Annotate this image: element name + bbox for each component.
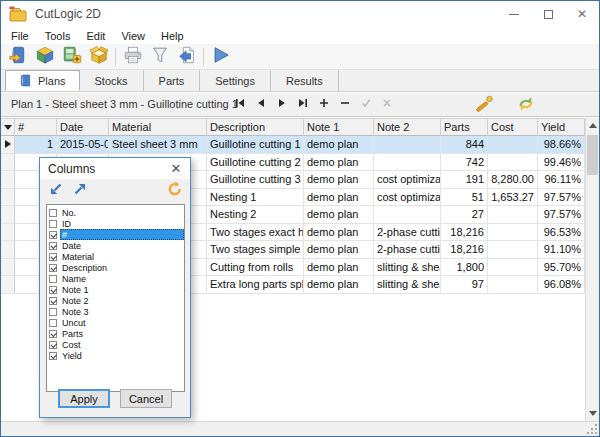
table-row[interactable]: 12015-05-05Steel sheet 3 mmGuillotine cu… [1,136,585,154]
cancel-button[interactable]: Cancel [120,389,172,408]
maximize-button[interactable] [531,1,565,27]
last-record-button[interactable] [297,98,309,110]
checkbox-unchecked[interactable] [49,209,57,217]
column-option-parts[interactable]: Parts [47,328,184,339]
column-header--[interactable]: # [15,119,57,136]
next-record-button[interactable] [276,98,288,110]
column-header-parts[interactable]: Parts [441,119,488,136]
column-option-note-3[interactable]: Note 3 [47,306,184,317]
add-record-icon [319,98,329,110]
checkbox-unchecked[interactable] [49,319,57,327]
cell-cost [488,154,538,172]
minimize-icon [509,14,519,15]
scroll-up-button[interactable] [586,118,599,133]
prev-record-icon [256,98,266,110]
checkbox-checked[interactable] [49,264,57,272]
tab-bar: PlansStocksPartsSettingsResults [1,70,599,92]
open-plans-button[interactable] [4,45,31,69]
arrow-down-left-button[interactable] [45,181,66,200]
title-bar[interactable]: CutLogic 2D ✕ [1,1,599,27]
dialog-close-button[interactable]: ✕ [162,158,190,179]
apply-button[interactable]: Apply [58,389,110,408]
checkbox-checked[interactable] [49,231,57,239]
column-option-no-[interactable]: No. [47,207,184,218]
resize-grip[interactable] [587,424,597,434]
post-edit-button [360,98,372,110]
column-option--[interactable]: # [47,229,184,240]
status-bar [1,421,599,436]
column-header-yield[interactable]: Yield [538,119,585,136]
first-record-button[interactable] [234,98,246,110]
checkbox-unchecked[interactable] [49,308,57,316]
menu-tools[interactable]: Tools [37,29,79,43]
scroll-down-button[interactable] [586,406,599,421]
checkbox-checked[interactable] [49,286,57,294]
menu-file[interactable]: File [3,29,37,43]
refresh-button[interactable] [164,181,185,200]
tab-parts[interactable]: Parts [144,70,201,91]
cell-note-2 [374,136,441,154]
close-button[interactable]: ✕ [565,1,599,27]
checkbox-unchecked[interactable] [49,275,57,283]
plans-book-icon [19,74,32,87]
column-option-note-1[interactable]: Note 1 [47,284,184,295]
column-option-id[interactable]: ID [47,218,184,229]
run-button[interactable] [207,45,234,69]
cell-yield: 96.11% [538,171,585,189]
recalculate-button[interactable] [513,94,539,115]
checkbox-checked[interactable] [49,253,57,261]
refresh-icon [167,181,183,201]
checkbox-checked[interactable] [49,242,57,250]
add-stock-button[interactable] [58,45,85,69]
filter-button[interactable] [146,45,173,69]
stock-cube-button[interactable] [31,45,58,69]
checkbox-checked[interactable] [49,341,57,349]
import-button[interactable] [173,45,200,69]
menu-help[interactable]: Help [153,29,192,43]
column-option-material[interactable]: Material [47,251,184,262]
checkbox-checked[interactable] [49,330,57,338]
dialog-title-bar[interactable]: Columns ✕ [40,158,190,179]
column-header-date[interactable]: Date [57,119,109,136]
prev-record-button[interactable] [255,98,267,110]
checkbox-checked[interactable] [49,297,57,305]
minimize-button[interactable] [497,1,531,27]
column-header-note-1[interactable]: Note 1 [304,119,374,136]
checkbox-checked[interactable] [49,352,57,360]
column-header-material[interactable]: Material [109,119,207,136]
column-header-description[interactable]: Description [207,119,304,136]
parts-box-button[interactable] [85,45,112,69]
tab-stocks[interactable]: Stocks [80,70,144,91]
checkbox-unchecked[interactable] [49,220,57,228]
column-header-cost[interactable]: Cost [488,119,538,136]
arrow-up-right-button[interactable] [69,181,90,200]
menu-edit[interactable]: Edit [78,29,113,43]
vertical-scrollbar[interactable] [585,118,599,421]
print-button[interactable] [119,45,146,69]
column-option-date[interactable]: Date [47,240,184,251]
column-option-uncut[interactable]: Uncut [47,317,184,328]
scrollbar-thumb[interactable] [587,135,598,175]
delete-record-button[interactable] [339,98,351,110]
menu-view[interactable]: View [113,29,153,43]
chevron-down-icon [589,411,597,416]
cell-yield: 96.53% [538,224,585,242]
add-record-button[interactable] [318,98,330,110]
cell-parts: 191 [441,171,488,189]
tab-plans[interactable]: Plans [5,70,80,91]
optimize-wand-icon [473,94,495,116]
column-chooser-button[interactable] [1,119,15,136]
tab-results[interactable]: Results [271,70,339,91]
optimize-wand-button[interactable] [471,94,497,115]
column-option-cost[interactable]: Cost [47,339,184,350]
cell-description: Nesting 1 [207,189,304,207]
cell-parts: 27 [441,206,488,224]
close-icon: ✕ [577,8,587,20]
column-option-description[interactable]: Description [47,262,184,273]
column-header-note-2[interactable]: Note 2 [374,119,441,136]
cell-description: Guillotine cutting 3 [207,171,304,189]
column-option-name[interactable]: Name [47,273,184,284]
column-option-yield[interactable]: Yield [47,350,184,361]
column-option-note-2[interactable]: Note 2 [47,295,184,306]
tab-settings[interactable]: Settings [200,70,271,91]
